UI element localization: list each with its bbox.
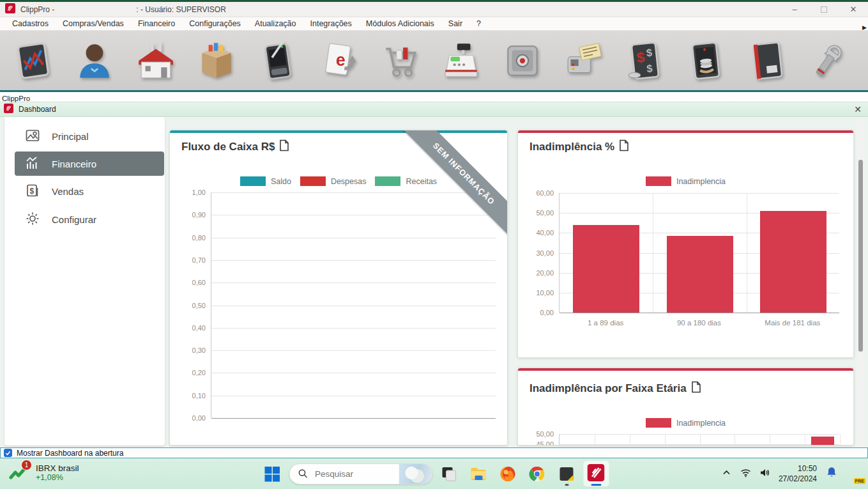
bar-partial	[811, 437, 834, 446]
menu-item-compras-vendas[interactable]: Compras/Vendas	[56, 18, 131, 29]
chrome-icon[interactable]	[524, 461, 550, 486]
gridline	[211, 192, 496, 193]
nfe-icon[interactable]: e	[314, 36, 365, 86]
y-axis-tick-label: 0,70	[172, 256, 206, 264]
legend-swatch	[375, 176, 400, 186]
pda-icon[interactable]	[252, 36, 303, 86]
clock-time: 10:50	[779, 463, 817, 474]
check-printer-icon[interactable]	[558, 36, 609, 86]
volume-icon[interactable]	[759, 467, 770, 481]
menu-item--[interactable]: ?	[469, 18, 488, 29]
menu-item-cadastros[interactable]: Cadastros	[5, 18, 56, 29]
maximize-button[interactable]	[809, 2, 839, 17]
gridline	[840, 434, 841, 446]
sidebar-item-financeiro[interactable]: Financeiro	[15, 151, 164, 176]
close-button[interactable]: ✕	[839, 2, 868, 17]
clipppro-taskbar-icon[interactable]	[583, 461, 609, 486]
toolbar-overflow-arrow[interactable]: ▶	[862, 24, 867, 31]
start-button[interactable]	[259, 461, 285, 486]
taskbar-clock[interactable]: 10:50 27/02/2024	[779, 463, 817, 484]
sidebar-item-vendas[interactable]: $Vendas	[15, 179, 164, 203]
svg-text:$: $	[646, 46, 653, 58]
dashboard-scrollbar[interactable]	[858, 117, 864, 447]
firefox-icon[interactable]	[495, 461, 521, 486]
x-axis-tick-label: 90 a 180 dias	[652, 319, 745, 327]
menu-item-atualiza-o[interactable]: Atualização	[248, 18, 303, 29]
menu-item-m-dulos-adicionais[interactable]: Módulos Adicionais	[359, 18, 441, 29]
safe-icon[interactable]	[497, 36, 548, 86]
menu-item-configura-es[interactable]: Configurações	[182, 18, 248, 29]
gridline	[211, 418, 496, 419]
notification-bell-icon[interactable]	[825, 466, 838, 481]
widget-badge: 1	[21, 460, 32, 470]
copilot-icon[interactable]: PRE	[846, 465, 863, 482]
report-doc-icon[interactable]	[619, 139, 629, 155]
search-input[interactable]	[314, 469, 390, 479]
gridline	[805, 434, 805, 446]
gridline	[211, 306, 496, 306]
y-axis-tick-label: 0,00	[172, 414, 206, 422]
bar-90-a-180-dias	[667, 236, 733, 313]
gridline	[211, 350, 496, 351]
menu-item-financeiro[interactable]: Financeiro	[131, 18, 182, 29]
stock-trend-icon: 1	[9, 462, 31, 483]
menu-item-integra-es[interactable]: Integrações	[303, 18, 358, 29]
gridline	[560, 193, 839, 194]
user-icon[interactable]	[69, 36, 120, 86]
shopping-cart-icon[interactable]	[375, 36, 426, 86]
gridline	[211, 238, 496, 238]
bar-1-a-89-dias	[573, 225, 639, 313]
dashboard-chart-icon[interactable]	[8, 36, 59, 86]
gridline	[630, 434, 630, 446]
taskbar-center	[259, 458, 609, 489]
gridline	[560, 313, 839, 313]
legend-item: Inadimplencia	[646, 176, 726, 186]
products-box-icon[interactable]	[191, 36, 242, 86]
y-axis-tick-label: 50,00	[521, 430, 554, 438]
tray-chevron-icon[interactable]	[721, 467, 732, 481]
svg-text:$: $	[30, 186, 34, 195]
y-axis-tick-label: 30,00	[521, 249, 554, 257]
company-icon[interactable]	[130, 36, 181, 86]
menu-item-sair[interactable]: Sair	[441, 18, 469, 29]
gridline	[211, 396, 496, 396]
taskbar-search[interactable]	[289, 463, 432, 485]
legend-item: Despesas	[300, 176, 367, 186]
search-icon	[298, 469, 308, 479]
sidebar-item-principal[interactable]: Principal	[15, 124, 164, 148]
dashboard-close-button[interactable]: ✕	[854, 104, 862, 114]
cash-register-icon[interactable]	[436, 36, 487, 86]
billing-coins-icon[interactable]	[680, 36, 731, 86]
scrollbar-thumb[interactable]	[858, 160, 863, 352]
y-axis-tick-label: 60,00	[521, 189, 554, 197]
report-doc-icon[interactable]	[691, 381, 701, 396]
gridline	[747, 193, 747, 313]
sidebar-item-configurar[interactable]: Configurar	[15, 207, 164, 231]
y-axis-tick-label: 20,00	[521, 269, 554, 277]
report-doc-icon[interactable]	[279, 139, 289, 155]
y-axis-tick-label: 0,40	[172, 324, 206, 332]
windows-taskbar: 1 IBRX brasil +1,08%	[0, 458, 868, 489]
task-view-button[interactable]	[436, 461, 462, 486]
gridline	[735, 434, 735, 446]
taskbar-widget[interactable]: 1 IBRX brasil +1,08%	[9, 462, 79, 483]
mdi-label-text: ClippPro	[2, 95, 30, 102]
y-axis-tick-label: 0,80	[172, 234, 206, 242]
legend-swatch	[240, 176, 266, 186]
search-daily-image[interactable]	[399, 463, 432, 485]
widget-change: +1,08%	[36, 473, 79, 482]
show-dashboard-checkbox[interactable]	[4, 449, 12, 457]
finance-dollar-icon[interactable]: $$$	[620, 36, 671, 86]
sidebar-item-label: Financeiro	[52, 159, 96, 169]
wrench-icon[interactable]	[803, 36, 854, 86]
minimize-button[interactable]: –	[780, 2, 809, 17]
notebook-icon[interactable]	[742, 36, 793, 86]
mdi-area-label: ClippPro	[0, 92, 868, 102]
gridline	[770, 434, 770, 446]
wifi-icon[interactable]	[740, 467, 751, 481]
file-explorer-icon[interactable]	[466, 461, 491, 486]
dashboard-window-header: Dashboard ✕	[0, 102, 868, 117]
dashboard-window-title: Dashboard	[19, 105, 56, 114]
y-axis-tick-label: 0,90	[172, 211, 206, 219]
notes-app-icon[interactable]	[554, 461, 579, 486]
